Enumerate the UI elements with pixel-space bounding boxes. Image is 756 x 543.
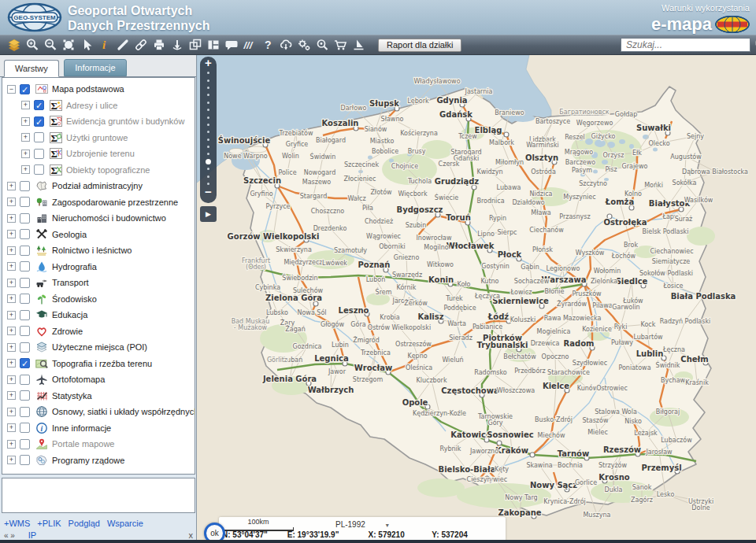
expand-icon[interactable]: + [7, 182, 16, 190]
expand-icon[interactable]: + [7, 294, 16, 303]
expand-icon[interactable]: + [7, 343, 16, 352]
layer-checkbox[interactable]: ✓ [20, 84, 30, 94]
sail-warning-icon[interactable] [349, 37, 367, 53]
measure-lines-icon[interactable]: /// [240, 37, 258, 53]
layer-row-22[interactable]: +Portale mapowe [2, 436, 195, 452]
layer-row-9[interactable]: +Geologia [2, 227, 195, 243]
zoom-level-dot[interactable] [200, 91, 217, 98]
expand-icon[interactable]: + [7, 311, 16, 320]
print-icon[interactable] [150, 37, 168, 53]
link-icon[interactable] [132, 37, 150, 53]
tab-warstwy[interactable]: Warstwy [4, 60, 59, 77]
expand-icon[interactable]: + [21, 133, 30, 142]
expand-icon[interactable]: + [7, 198, 16, 206]
cart-icon[interactable] [331, 37, 349, 53]
layer-row-20[interactable]: +Osnowy, siatki i układy współrzędnych [2, 404, 195, 420]
terms-link[interactable]: Warunki wykorzystania [662, 3, 750, 13]
select-region-icon[interactable] [59, 37, 77, 53]
footer-link-podgląd[interactable]: Podgląd [69, 519, 100, 528]
layer-checkbox[interactable] [20, 246, 30, 256]
map-container[interactable]: ŚwinoujścieSzczecinKoszalinSłupskGdyniaG… [197, 55, 756, 543]
layer-row-3[interactable]: +ΣUżytki gruntowe [2, 130, 195, 146]
search-input[interactable] [621, 39, 754, 50]
expand-icon[interactable]: + [7, 214, 16, 223]
layout-panels-icon[interactable] [204, 37, 222, 53]
layer-row-21[interactable]: +iInne informacje [2, 420, 195, 437]
layer-row-23[interactable]: +Programy rządowe [2, 452, 195, 469]
zoom-level-dot[interactable] [200, 121, 217, 128]
layer-row-12[interactable]: +Transport [2, 275, 195, 291]
nav-prev-icon[interactable]: « [4, 531, 9, 540]
zoom-level-dot[interactable] [200, 99, 217, 106]
report-dla-dzialki-button[interactable]: Raport dla działki [378, 39, 461, 52]
zoom-level-dot[interactable] [200, 76, 217, 83]
measure-stick-icon[interactable] [113, 37, 132, 53]
layer-row-0[interactable]: −✓Mapa podstawowa [2, 81, 195, 98]
cloud-download-icon[interactable] [276, 37, 295, 53]
layer-checkbox[interactable] [20, 326, 30, 336]
layer-checkbox[interactable]: ✓ [34, 116, 44, 127]
zoom-level-dot[interactable] [200, 128, 217, 135]
layer-checkbox[interactable] [20, 455, 30, 465]
expand-icon[interactable]: + [7, 391, 16, 400]
layer-row-1[interactable]: +✓ΣAdresy i ulice [2, 98, 195, 114]
expand-icon[interactable]: + [21, 150, 30, 158]
expand-icon[interactable]: + [7, 375, 16, 384]
expand-icon[interactable]: + [7, 279, 16, 287]
layer-row-14[interactable]: +Edukacja [2, 307, 195, 323]
layer-row-5[interactable]: +ΣObiekty topograficzne [2, 162, 195, 179]
expand-icon[interactable]: + [7, 230, 16, 238]
footer-link-wms[interactable]: +WMS [4, 519, 30, 528]
layer-row-6[interactable]: +Podział administracyjny [2, 178, 195, 194]
zoom-level-dot[interactable] [200, 113, 217, 120]
layer-checkbox[interactable] [20, 407, 30, 417]
expand-icon[interactable]: + [7, 246, 16, 255]
layer-checkbox[interactable] [20, 181, 30, 191]
layer-checkbox[interactable] [34, 149, 44, 159]
layer-checkbox[interactable] [20, 342, 30, 353]
layer-row-7[interactable]: +Zagospodarowanie przestrzenne [2, 194, 195, 211]
layer-checkbox[interactable] [20, 213, 30, 223]
nav-next-icon[interactable]: » [10, 531, 15, 540]
zoom-level-dot[interactable] [200, 150, 217, 157]
layer-checkbox[interactable] [20, 375, 30, 385]
expand-icon[interactable]: + [7, 423, 16, 432]
layer-checkbox[interactable] [20, 390, 30, 401]
layer-row-16[interactable]: +Użyteczne miejsca (POI) [2, 339, 195, 356]
expand-icon[interactable]: + [7, 408, 16, 416]
pointer-icon[interactable] [77, 37, 95, 53]
info-icon[interactable]: i [95, 37, 113, 53]
layer-checkbox[interactable] [20, 423, 30, 433]
expand-icon[interactable]: + [21, 165, 30, 174]
layer-checkbox[interactable] [34, 132, 44, 142]
layers-icon[interactable] [5, 37, 23, 53]
layer-checkbox[interactable]: ✓ [34, 100, 44, 110]
zoom-level-dot[interactable] [200, 172, 217, 179]
crs-dropdown[interactable]: PL-1992▾ [335, 520, 389, 529]
collapse-icon[interactable]: − [7, 85, 16, 94]
zoom-level-dot[interactable] [200, 165, 217, 172]
layer-row-11[interactable]: +Hydrografia [2, 259, 195, 275]
layer-checkbox[interactable] [20, 197, 30, 207]
zoom-level-dot[interactable] [200, 69, 217, 76]
layer-row-10[interactable]: +Rolnictwo i leśnictwo [2, 242, 195, 259]
expand-icon[interactable]: + [7, 359, 16, 368]
search-plus-icon[interactable] [313, 37, 331, 53]
layer-row-8[interactable]: +Nieruchomości i budownictwo [2, 210, 195, 227]
zoom-in-icon[interactable] [23, 37, 41, 53]
search-box[interactable]: 🔍 [621, 38, 750, 52]
layer-row-4[interactable]: +ΣUzbrojenie terenu [2, 146, 195, 162]
layer-row-15[interactable]: +Zdrowie [2, 323, 195, 340]
zoom-level-dot[interactable] [200, 158, 217, 165]
settings-icon[interactable] [295, 37, 313, 53]
zoom-in-button[interactable]: + [200, 57, 217, 69]
zoom-level-dot[interactable] [200, 143, 217, 150]
zoom-out-icon[interactable] [41, 37, 59, 53]
identify-icon[interactable] [168, 37, 186, 53]
expand-icon[interactable]: + [7, 456, 16, 464]
layer-row-18[interactable]: +Ortofotomapa [2, 371, 195, 388]
close-sidebar-icon[interactable]: x [189, 530, 194, 540]
layer-checkbox[interactable] [20, 278, 30, 288]
layer-checkbox[interactable] [34, 164, 44, 175]
layer-checkbox[interactable] [20, 294, 30, 304]
